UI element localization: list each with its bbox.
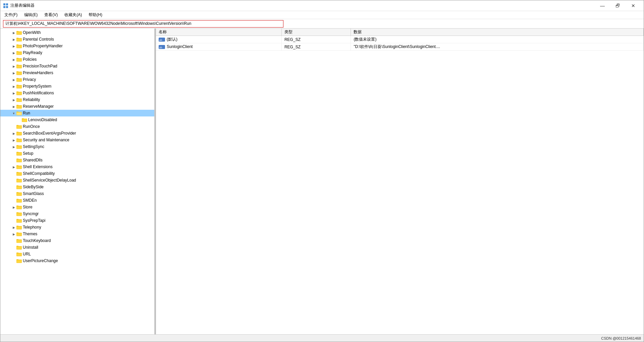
folder-icon	[16, 124, 22, 129]
tree-toggle[interactable]	[11, 64, 16, 68]
tree-item-label: SMDEn	[23, 198, 37, 203]
menu-item[interactable]: 文件(F)	[2, 11, 20, 18]
tree-item[interactable]: Privacy	[0, 76, 154, 83]
tree-item-label: SysPrepTapi	[23, 218, 45, 223]
close-button[interactable]: ✕	[626, 0, 641, 11]
tree-item[interactable]: PushNotifications	[0, 90, 154, 96]
tree-item[interactable]: PrecisionTouchPad	[0, 63, 154, 69]
menu-item[interactable]: 帮助(H)	[86, 11, 105, 18]
svg-rect-58	[17, 99, 21, 101]
svg-rect-28	[17, 59, 21, 61]
minimize-button[interactable]: —	[595, 0, 610, 11]
tree-item[interactable]: UserPictureChange	[0, 257, 154, 264]
folder-icon	[16, 164, 22, 169]
tree-item-label: Run	[23, 111, 30, 115]
svg-rect-138	[17, 206, 21, 209]
tree-item[interactable]: SMDEn	[0, 197, 154, 204]
tree-item[interactable]: Reliability	[0, 96, 154, 103]
tree-toggle[interactable]	[11, 205, 16, 209]
tree-toggle[interactable]	[11, 44, 16, 48]
tree-item[interactable]: SearchBoxEventArgsProvider	[0, 130, 154, 137]
folder-icon	[16, 110, 22, 116]
folder-icon	[16, 258, 22, 263]
folder-icon	[16, 57, 22, 62]
tree-item-label: PlayReady	[23, 50, 42, 55]
tree-item[interactable]: Shell Extensions	[0, 163, 154, 170]
tree-toggle[interactable]	[11, 91, 16, 95]
svg-rect-143	[17, 213, 21, 215]
tree-item-label: URL	[23, 252, 31, 256]
tree-item[interactable]: PreviewHandlers	[0, 69, 154, 76]
col-name: 名称	[156, 29, 281, 36]
tree-item[interactable]: ShellCompatibility	[0, 170, 154, 177]
tree-item[interactable]: Themes	[0, 231, 154, 237]
tree-item[interactable]: PropertySystem	[0, 83, 154, 90]
tree-toggle[interactable]	[11, 98, 16, 102]
tree-item[interactable]: Store	[0, 204, 154, 210]
folder-icon	[16, 70, 22, 76]
value-type-icon: ab	[159, 45, 165, 49]
tree-item[interactable]: Telephony	[0, 224, 154, 231]
tree-item[interactable]: LenovoDisabled	[0, 116, 154, 123]
svg-rect-68	[17, 112, 21, 115]
tree-item[interactable]: Policies	[0, 56, 154, 63]
tree-toggle[interactable]	[11, 85, 16, 88]
tree-item-label: SmartGlass	[23, 191, 44, 196]
tree-toggle[interactable]	[11, 232, 16, 236]
tree-item[interactable]: PhotoPropertyHandler	[0, 43, 154, 49]
tree-toggle[interactable]	[11, 138, 16, 142]
tree-toggle[interactable]	[11, 51, 16, 55]
tree-item[interactable]: OpenWith	[0, 29, 154, 36]
tree-item[interactable]: PlayReady	[0, 49, 154, 56]
value-pane[interactable]: 名称 类型 数据 ab(默认)REG_SZ(数值未设置)abSunloginCl…	[156, 29, 644, 334]
address-input[interactable]	[3, 20, 283, 28]
title-bar: 注册表编辑器 — 🗗 ✕	[0, 0, 644, 11]
tree-item[interactable]: ShellServiceObjectDelayLoad	[0, 177, 154, 184]
tree-toggle[interactable]	[11, 145, 16, 149]
value-tbody: ab(默认)REG_SZ(数值未设置)abSunloginClientREG_S…	[156, 36, 644, 51]
svg-rect-2	[3, 6, 5, 8]
menu-item[interactable]: 收藏夹(A)	[62, 11, 85, 18]
tree-item[interactable]: SharedDlls	[0, 157, 154, 163]
folder-icon	[16, 63, 22, 69]
tree-toggle[interactable]	[11, 111, 16, 115]
tree-item-label: OpenWith	[23, 30, 41, 35]
tree-item-label: LenovoDisabled	[28, 117, 57, 122]
tree-toggle[interactable]	[11, 132, 16, 135]
tree-item[interactable]: Setup	[0, 150, 154, 157]
tree-item[interactable]: Uninstall	[0, 244, 154, 251]
svg-rect-178	[17, 260, 21, 262]
tree-item[interactable]: ReserveManager	[0, 103, 154, 110]
folder-icon	[16, 245, 22, 250]
svg-rect-3	[6, 6, 8, 8]
tree-item[interactable]: SmartGlass	[0, 190, 154, 197]
svg-rect-13	[17, 39, 21, 41]
tree-item[interactable]: TouchKeyboard	[0, 237, 154, 244]
tree-toggle[interactable]	[11, 38, 16, 41]
tree-item[interactable]: RunOnce	[0, 123, 154, 130]
tree-toggle[interactable]	[11, 226, 16, 229]
tree-item[interactable]: SideBySide	[0, 184, 154, 190]
tree-item[interactable]: Parental Controls	[0, 36, 154, 43]
svg-rect-73	[22, 119, 27, 121]
tree-pane[interactable]: OpenWith Parental Controls PhotoProperty…	[0, 29, 155, 334]
folder-icon	[16, 84, 22, 89]
table-row[interactable]: ab(默认)REG_SZ(数值未设置)	[156, 36, 644, 43]
tree-item[interactable]: URL	[0, 251, 154, 257]
menu-item[interactable]: 查看(V)	[42, 11, 60, 18]
tree-item[interactable]: SysPrepTapi	[0, 217, 154, 224]
tree-item[interactable]: Syncmgr	[0, 210, 154, 217]
maximize-button[interactable]: 🗗	[610, 0, 626, 11]
tree-toggle[interactable]	[11, 58, 16, 61]
tree-item[interactable]: SettingSync	[0, 143, 154, 150]
tree-toggle[interactable]	[11, 78, 16, 82]
tree-item[interactable]: Security and Maintenance	[0, 137, 154, 143]
menu-item[interactable]: 编辑(E)	[21, 11, 40, 18]
tree-toggle[interactable]	[11, 71, 16, 75]
folder-icon	[22, 117, 27, 123]
tree-toggle[interactable]	[11, 105, 16, 108]
tree-item[interactable]: Run	[0, 110, 154, 116]
table-row[interactable]: abSunloginClientREG_SZ"D:\软件\向日葵\Sunlogi…	[156, 43, 644, 51]
tree-toggle[interactable]	[11, 31, 16, 35]
tree-toggle[interactable]	[11, 165, 16, 169]
